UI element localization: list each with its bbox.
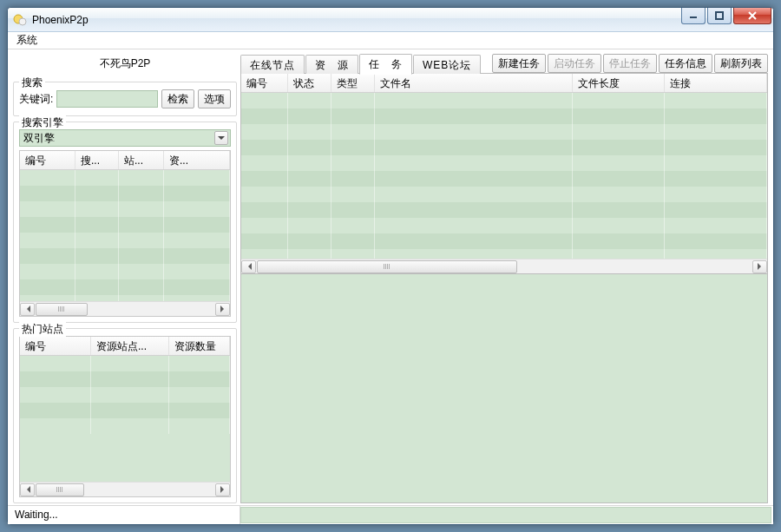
brand-label: 不死鸟P2P [13,53,237,76]
stop-task-button[interactable]: 停止任务 [603,54,657,73]
new-task-button[interactable]: 新建任务 [492,54,546,73]
svg-rect-2 [690,16,697,18]
hot-col-id[interactable]: 编号 [20,337,91,355]
status-bar: Waiting... [8,505,773,524]
options-button[interactable]: 选项 [198,89,231,108]
task-detail-panel [240,274,768,503]
hot-legend: 热门站点 [19,322,66,337]
status-text: Waiting... [8,506,240,524]
left-panel: 不死鸟P2P 搜索 关键词: 检索 选项 搜索引擎 双引擎 [13,53,237,503]
task-col-status[interactable]: 状态 [288,74,331,92]
task-grid-wrap: 编号 状态 类型 文件名 文件长度 连接 [240,73,768,274]
keyword-label: 关键词: [19,92,53,107]
tab-bar: 在线节点 资 源 任 务 WEB论坛 新建任务 启动任务 停止任务 任务信息 刷… [240,53,768,74]
task-col-id[interactable]: 编号 [241,74,288,92]
search-grid-body [20,170,230,301]
hot-col-count[interactable]: 资源数量 [169,337,230,355]
refresh-list-button[interactable]: 刷新列表 [714,54,768,73]
tab-online-nodes[interactable]: 在线节点 [240,55,305,74]
scroll-right-icon[interactable] [752,260,767,273]
task-info-button[interactable]: 任务信息 [659,54,712,73]
minimize-button[interactable] [681,8,706,24]
engine-select[interactable]: 双引擎 [19,129,231,147]
search-button[interactable]: 检索 [161,89,194,108]
hot-grid-scroll[interactable] [20,482,230,496]
tab-tasks[interactable]: 任 务 [359,54,412,75]
dropdown-arrow-icon[interactable] [214,131,228,145]
engine-legend: 搜索引擎 [19,115,66,130]
hot-group: 热门站点 编号 资源站点... 资源数量 [13,328,237,503]
scroll-left-icon[interactable] [20,483,35,496]
titlebar[interactable]: PhoenixP2p [8,8,773,32]
scroll-left-icon[interactable] [241,260,256,273]
start-task-button[interactable]: 启动任务 [548,54,601,73]
scroll-thumb[interactable] [257,260,517,273]
app-icon [13,13,27,27]
menu-bar: 系统 [8,32,773,49]
app-window: PhoenixP2p 系统 不死鸟P2P 搜索 关键词: 检索 选项 [7,7,774,525]
task-grid-body [241,93,767,259]
hot-grid-body [20,356,230,482]
scroll-right-icon[interactable] [215,303,230,316]
right-panel: 在线节点 资 源 任 务 WEB论坛 新建任务 启动任务 停止任务 任务信息 刷… [240,53,768,503]
task-col-filesize[interactable]: 文件长度 [573,74,665,92]
window-title: PhoenixP2p [32,14,89,26]
search-group: 搜索 关键词: 检索 选项 [13,82,237,116]
task-grid-scroll[interactable] [241,259,767,273]
search-results-grid[interactable]: 编号 搜... 站... 资... [19,150,231,317]
scroll-thumb[interactable] [36,303,88,316]
tab-resources[interactable]: 资 源 [305,55,358,74]
menu-system[interactable]: 系统 [13,32,41,49]
status-progress [240,507,771,523]
search-grid-scroll[interactable] [20,301,230,316]
client-area: 不死鸟P2P 搜索 关键词: 检索 选项 搜索引擎 双引擎 [8,49,773,505]
hot-sites-grid[interactable]: 编号 资源站点... 资源数量 [19,336,231,497]
tab-web-forum[interactable]: WEB论坛 [413,55,481,74]
svg-rect-3 [716,12,723,19]
col-id[interactable]: 编号 [20,151,75,169]
scroll-left-icon[interactable] [20,303,35,316]
col-search[interactable]: 搜... [75,151,119,169]
svg-point-1 [19,18,26,25]
maximize-button[interactable] [707,8,732,24]
hot-col-site[interactable]: 资源站点... [91,337,169,355]
task-grid[interactable]: 编号 状态 类型 文件名 文件长度 连接 [241,74,767,273]
task-toolbar: 新建任务 启动任务 停止任务 任务信息 刷新列表 [492,54,768,74]
col-site[interactable]: 站... [119,151,164,169]
close-button[interactable] [733,8,771,24]
col-res[interactable]: 资... [164,151,230,169]
task-col-filename[interactable]: 文件名 [375,74,573,92]
search-legend: 搜索 [19,76,45,90]
scroll-right-icon[interactable] [215,483,230,496]
keyword-input[interactable] [56,90,158,108]
scroll-thumb[interactable] [36,483,84,496]
engine-value: 双引擎 [23,131,55,146]
task-col-conn[interactable]: 连接 [665,74,767,92]
engine-group: 搜索引擎 双引擎 编号 搜... 站... 资... [13,122,237,323]
task-col-type[interactable]: 类型 [331,74,375,92]
